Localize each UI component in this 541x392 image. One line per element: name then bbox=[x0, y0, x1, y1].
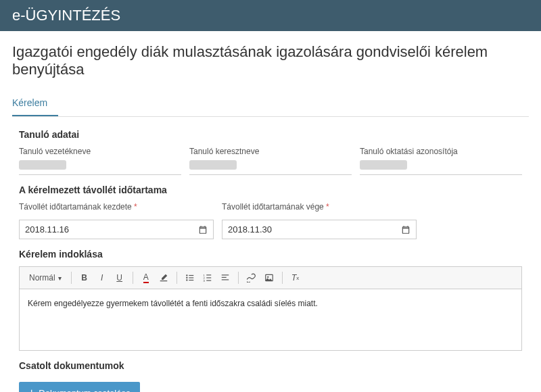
section-justification-title: Kérelem indoklása bbox=[19, 249, 529, 260]
input-start-date[interactable]: 2018.11.16 bbox=[19, 220, 214, 239]
svg-rect-12 bbox=[221, 274, 229, 275]
editor-body[interactable]: Kérem engedélyezze gyermekem távollétét … bbox=[20, 289, 521, 350]
section-student-title: Tanuló adatai bbox=[19, 129, 529, 140]
text-color-button[interactable]: A bbox=[139, 270, 154, 285]
svg-rect-9 bbox=[206, 274, 211, 275]
chevron-down-icon: ▾ bbox=[58, 274, 62, 282]
underline-button[interactable]: U bbox=[112, 270, 127, 285]
italic-button[interactable]: I bbox=[95, 270, 110, 285]
bullet-list-button[interactable] bbox=[183, 270, 197, 285]
paint-icon bbox=[159, 273, 168, 283]
redacted-firstname bbox=[189, 160, 237, 170]
list-number-icon: 123 bbox=[203, 273, 212, 283]
svg-rect-4 bbox=[189, 277, 193, 278]
field-end-label-wrap: Távollét időtartamának vége * bbox=[222, 202, 417, 214]
label-end: Távollét időtartamának vége * bbox=[222, 202, 417, 212]
clear-format-button[interactable]: Tx bbox=[288, 270, 303, 285]
attach-button-label: Dokumentum csatolása bbox=[39, 388, 131, 393]
svg-rect-14 bbox=[221, 279, 229, 280]
field-eduid: Tanuló oktatási azonosítója bbox=[360, 147, 522, 175]
plus-icon: + bbox=[28, 387, 34, 392]
link-button[interactable] bbox=[244, 270, 259, 285]
input-row-absence: 2018.11.16 2018.11.30 bbox=[12, 220, 529, 239]
label-firstname: Tanuló keresztneve bbox=[189, 147, 352, 156]
svg-rect-10 bbox=[206, 277, 211, 278]
section-attachments-title: Csatolt dokumentumok bbox=[19, 360, 529, 371]
required-marker: * bbox=[326, 202, 329, 212]
student-row: Tanuló vezetékneve Tanuló keresztneve Ta… bbox=[12, 147, 529, 175]
value-firstname bbox=[189, 159, 352, 175]
align-button[interactable] bbox=[218, 270, 233, 285]
svg-rect-3 bbox=[189, 275, 193, 276]
value-end-date: 2018.11.30 bbox=[228, 224, 401, 235]
format-select[interactable]: Normál ▾ bbox=[25, 272, 66, 284]
value-surname bbox=[19, 159, 181, 175]
svg-text:3: 3 bbox=[203, 279, 205, 283]
app-title: e-ÜGYINTÉZÉS bbox=[12, 7, 120, 24]
tab-request[interactable]: Kérelem bbox=[12, 91, 58, 116]
editor-toolbar: Normál ▾ B I U A 123 bbox=[20, 267, 521, 289]
image-icon bbox=[264, 273, 274, 283]
calendar-icon bbox=[198, 225, 208, 235]
svg-point-1 bbox=[186, 277, 187, 278]
calendar-icon bbox=[401, 225, 410, 235]
svg-rect-5 bbox=[189, 280, 193, 280]
field-surname: Tanuló vezetékneve bbox=[19, 147, 181, 175]
richtext-editor: Normál ▾ B I U A 123 bbox=[19, 266, 522, 351]
svg-rect-13 bbox=[221, 277, 226, 278]
label-surname: Tanuló vezetékneve bbox=[19, 147, 181, 156]
bg-color-button[interactable] bbox=[156, 270, 171, 285]
svg-rect-11 bbox=[206, 280, 211, 281]
page-content: Igazgatói engedély diák mulasztásának ig… bbox=[0, 31, 541, 392]
value-eduid bbox=[360, 159, 522, 175]
label-eduid: Tanuló oktatási azonosítója bbox=[360, 147, 522, 156]
field-start: 2018.11.16 bbox=[19, 220, 214, 239]
align-icon bbox=[220, 273, 230, 283]
svg-point-2 bbox=[186, 279, 187, 280]
section-absence-title: A kérelmezett távollét időtartama bbox=[19, 185, 529, 195]
value-start-date: 2018.11.16 bbox=[25, 224, 198, 235]
tabs: Kérelem bbox=[12, 91, 529, 117]
link-icon bbox=[247, 273, 256, 283]
redacted-surname bbox=[19, 160, 66, 170]
field-start-label-wrap: Távollét időtartamának kezdete * bbox=[19, 202, 214, 214]
redacted-eduid bbox=[360, 160, 407, 170]
list-bullet-icon bbox=[185, 273, 195, 283]
app-header: e-ÜGYINTÉZÉS bbox=[0, 0, 541, 31]
input-end-date[interactable]: 2018.11.30 bbox=[222, 220, 417, 239]
number-list-button[interactable]: 123 bbox=[200, 270, 215, 285]
svg-point-0 bbox=[186, 274, 187, 276]
field-firstname: Tanuló keresztneve bbox=[189, 147, 352, 175]
attach-document-button[interactable]: + Dokumentum csatolása bbox=[19, 382, 140, 392]
label-start: Távollét időtartamának kezdete * bbox=[19, 202, 214, 212]
bold-button[interactable]: B bbox=[77, 270, 92, 285]
page-title: Igazgatói engedély diák mulasztásának ig… bbox=[12, 43, 529, 78]
image-button[interactable] bbox=[262, 270, 277, 285]
required-marker: * bbox=[134, 202, 137, 212]
svg-point-16 bbox=[267, 276, 268, 278]
field-end: 2018.11.30 bbox=[222, 220, 417, 239]
label-row-absence: Távollét időtartamának kezdete * Távollé… bbox=[12, 202, 529, 214]
